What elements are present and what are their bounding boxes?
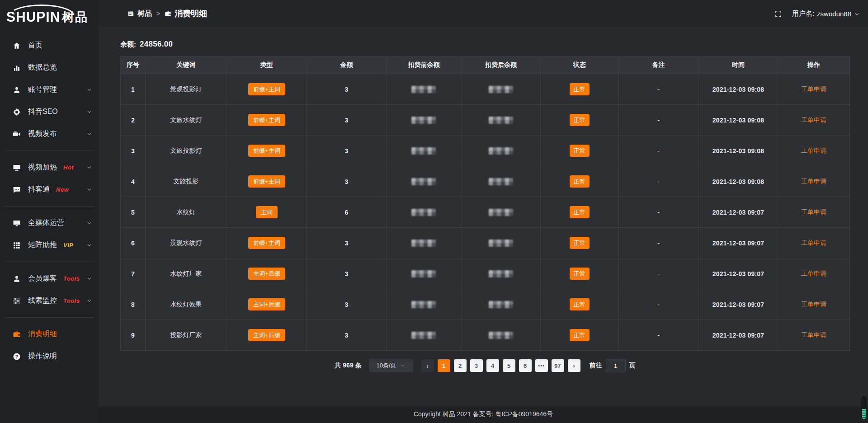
redacted-value <box>489 178 513 185</box>
sidebar-item-member-burst[interactable]: 会员爆客Tools <box>0 268 99 290</box>
content-area: 余额: 24856.00 序号关键词类型金额扣费前余额扣费后余额状态备注时间操作… <box>99 27 868 406</box>
breadcrumb-item-consume-detail[interactable]: 消费明细 <box>165 8 207 19</box>
page-button-5[interactable]: 5 <box>503 359 515 372</box>
cell-balance-before <box>386 228 461 258</box>
type-badge: 主词+后缀 <box>248 268 285 280</box>
table-row: 9投影灯厂家主词+后缀3正常-2021-12-03 09:07工单申请 <box>121 320 850 351</box>
table-row: 4文旅投影前缀+主词3正常-2021-12-03 09:08工单申请 <box>121 166 850 197</box>
cell-status: 正常 <box>541 228 619 258</box>
cell-status: 正常 <box>541 105 619 136</box>
page-size-select[interactable]: 10条/页 <box>369 359 413 372</box>
sidebar-item-consume-detail[interactable]: 消费明细 <box>0 323 99 345</box>
breadcrumb-label: 树品 <box>137 9 152 19</box>
redacted-value <box>489 117 513 124</box>
cell-action: 工单申请 <box>778 320 850 351</box>
cell-balance-before <box>386 136 461 166</box>
status-badge: 正常 <box>570 114 590 126</box>
cell-index: 3 <box>121 136 146 166</box>
sidebar-item-douyin-seo[interactable]: 抖音SEO <box>0 101 99 123</box>
cell-keyword: 投影灯厂家 <box>145 320 226 351</box>
page-button-1[interactable]: 1 <box>438 359 450 372</box>
table-row: 2文旅水纹灯前缀+主词3正常-2021-12-03 09:08工单申请 <box>121 105 850 136</box>
cell-remark: - <box>618 74 698 105</box>
cell-status: 正常 <box>541 166 619 197</box>
cell-amount: 3 <box>307 74 387 105</box>
page-button-2[interactable]: 2 <box>454 359 467 372</box>
page-ellipsis-button[interactable]: ••• <box>535 359 548 372</box>
page-button-6[interactable]: 6 <box>519 359 532 372</box>
balance-label: 余额: <box>120 40 136 49</box>
sidebar-item-media-ops[interactable]: 全媒体运营 <box>0 212 99 234</box>
page-button-3[interactable]: 3 <box>470 359 483 372</box>
topbar-right: 用户名: zswodun88 <box>774 9 860 18</box>
cell-time: 2021-12-03 09:07 <box>699 320 778 351</box>
sidebar-item-label: 数据总览 <box>28 63 57 72</box>
breadcrumb-item-shupin[interactable]: 树品 <box>127 9 152 19</box>
next-page-button[interactable]: › <box>568 359 580 372</box>
sidebar-item-badge: Tools <box>63 297 80 304</box>
gear-icon <box>13 108 21 116</box>
page-button-4[interactable]: 4 <box>486 359 499 372</box>
cell-keyword: 景观投影灯 <box>145 74 226 105</box>
work-order-link[interactable]: 工单申请 <box>801 239 826 246</box>
redacted-value <box>411 209 436 216</box>
table-row: 7水纹灯厂家主词+后缀3正常-2021-12-03 09:07工单申请 <box>121 258 850 289</box>
sidebar-item-clue-monitor[interactable]: 线索监控Tools <box>0 290 99 312</box>
sidebar-item-douketong[interactable]: 抖客通New <box>0 179 99 201</box>
sidebar-menu: 首页数据总览账号管理抖音SEO视频发布视频加热Hot抖客通New全媒体运营矩阵助… <box>0 28 99 423</box>
cell-remark: - <box>618 136 698 166</box>
breadcrumb: 树品>消费明细 <box>127 8 207 19</box>
sidebar-item-label: 矩阵助推 <box>28 240 57 250</box>
sidebar-item-video-publish[interactable]: 视频发布 <box>0 123 99 145</box>
username-label: 用户名: <box>792 9 814 18</box>
column-header: 关键词 <box>145 56 226 74</box>
cell-action: 工单申请 <box>778 228 850 258</box>
page-buttons: 123456•••97 <box>438 359 564 372</box>
sidebar-item-account-manage[interactable]: 账号管理 <box>0 79 99 101</box>
redacted-value <box>489 332 513 339</box>
app-window: SHUPIN 树品 首页数据总览账号管理抖音SEO视频发布视频加热Hot抖客通N… <box>0 0 868 423</box>
topbar: 树品>消费明细 用户名: zswodun88 <box>99 0 868 27</box>
type-badge: 前缀+主词 <box>248 237 285 249</box>
cell-amount: 3 <box>307 289 387 320</box>
svg-text:?: ? <box>15 353 18 359</box>
work-order-link[interactable]: 工单申请 <box>801 147 826 154</box>
chevron-down-icon <box>86 87 92 93</box>
sidebar-item-data-overview[interactable]: 数据总览 <box>0 56 99 79</box>
cell-remark: - <box>618 105 698 136</box>
cell-type: 主词+后缀 <box>226 320 307 351</box>
work-order-link[interactable]: 工单申请 <box>801 85 826 93</box>
cell-balance-after <box>462 105 541 136</box>
cell-status: 正常 <box>541 136 619 166</box>
fullscreen-icon[interactable] <box>774 10 782 18</box>
goto-label: 前往 <box>590 362 602 370</box>
prev-page-button[interactable]: ‹ <box>421 359 434 372</box>
sidebar-item-video-heat[interactable]: 视频加热Hot <box>0 156 99 179</box>
cell-index: 8 <box>121 289 146 320</box>
breadcrumb-separator: > <box>156 10 160 17</box>
work-order-link[interactable]: 工单申请 <box>801 208 826 216</box>
corner-scroll-widget[interactable] <box>861 395 867 420</box>
work-order-link[interactable]: 工单申请 <box>801 301 826 308</box>
work-order-link[interactable]: 工单申请 <box>801 270 826 277</box>
table-row: 6景观水纹灯前缀+主词3正常-2021-12-03 09:07工单申请 <box>121 228 850 258</box>
sidebar-item-matrix-boost[interactable]: 矩阵助推VIP <box>0 234 99 256</box>
work-order-link[interactable]: 工单申请 <box>801 331 826 338</box>
cell-index: 7 <box>121 258 146 289</box>
table-row: 5水纹灯主词6正常-2021-12-03 09:07工单申请 <box>121 197 850 228</box>
cell-time: 2021-12-03 09:08 <box>699 105 778 136</box>
column-header: 序号 <box>121 56 146 74</box>
user-dropdown[interactable]: 用户名: zswodun88 <box>792 9 860 18</box>
sidebar: SHUPIN 树品 首页数据总览账号管理抖音SEO视频发布视频加热Hot抖客通N… <box>0 0 99 423</box>
work-order-link[interactable]: 工单申请 <box>801 178 826 185</box>
username-value: zswodun88 <box>817 10 851 18</box>
sidebar-item-home[interactable]: 首页 <box>0 34 99 56</box>
redacted-value <box>489 147 513 155</box>
cell-balance-after <box>462 289 541 320</box>
cell-amount: 3 <box>307 136 387 166</box>
goto-page-input[interactable] <box>606 359 626 372</box>
page-button-97[interactable]: 97 <box>552 359 564 372</box>
sidebar-item-help[interactable]: ?操作说明 <box>0 345 99 367</box>
column-header: 扣费前余额 <box>386 56 461 74</box>
work-order-link[interactable]: 工单申请 <box>801 116 826 123</box>
